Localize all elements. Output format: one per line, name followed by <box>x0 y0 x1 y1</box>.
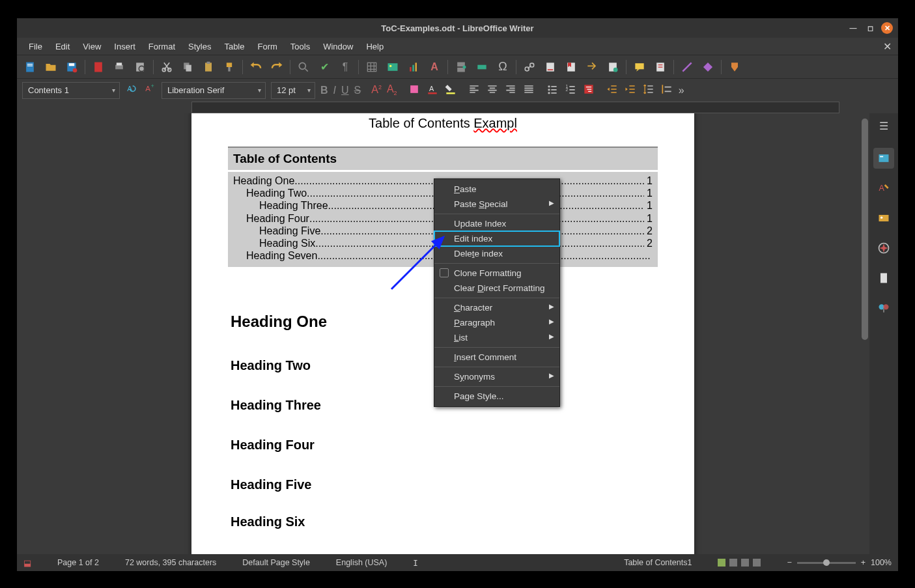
zoom-out-icon[interactable]: − <box>787 558 791 567</box>
increase-indent-icon[interactable] <box>606 83 619 98</box>
menu-file[interactable]: File <box>22 39 49 54</box>
window-close-button[interactable]: ✕ <box>881 22 893 34</box>
menu-tools[interactable]: Tools <box>284 39 317 54</box>
menu-help[interactable]: Help <box>359 39 390 54</box>
formatting-marks-icon[interactable]: ¶ <box>337 59 353 75</box>
outline-icon[interactable] <box>582 83 595 98</box>
status-page[interactable]: Page 1 of 2 <box>57 558 99 567</box>
context-menu-item[interactable]: Paste Special▶ <box>434 197 559 212</box>
more-icon[interactable]: » <box>679 85 684 96</box>
image-icon[interactable] <box>385 59 401 75</box>
font-size-combo[interactable]: 12 pt▾ <box>271 82 315 99</box>
menu-view[interactable]: View <box>76 39 107 54</box>
context-menu-item[interactable]: Page Style... <box>434 389 559 404</box>
strike-icon[interactable]: S <box>354 85 361 96</box>
status-save-icon[interactable]: ⬓ <box>23 558 31 568</box>
context-menu-item[interactable]: Paragraph▶ <box>434 315 559 330</box>
bookmark-icon[interactable] <box>563 59 579 75</box>
menu-insert[interactable]: Insert <box>107 39 142 54</box>
numbering-icon[interactable]: 12 <box>564 83 577 98</box>
draw-icon[interactable] <box>727 59 742 75</box>
menu-window[interactable]: Window <box>317 39 359 54</box>
align-justify-icon[interactable] <box>522 83 535 98</box>
zoom-value[interactable]: 100% <box>871 558 892 567</box>
print-icon[interactable] <box>111 59 127 75</box>
zoom-in-icon[interactable]: + <box>861 558 866 567</box>
horizontal-ruler[interactable] <box>17 102 898 113</box>
comment-icon[interactable] <box>632 59 647 75</box>
table-icon[interactable] <box>364 59 380 75</box>
context-menu-item[interactable]: Edit index <box>434 231 559 246</box>
shapes-icon[interactable] <box>700 59 716 75</box>
save-icon[interactable] <box>64 59 79 75</box>
underline-icon[interactable]: U <box>341 85 349 96</box>
font-color-icon[interactable]: A <box>426 83 439 98</box>
update-style-icon[interactable]: A <box>125 83 138 98</box>
menu-format[interactable]: Format <box>142 39 182 54</box>
status-section[interactable]: Table of Contents1 <box>624 558 692 567</box>
undo-icon[interactable] <box>248 59 264 75</box>
subscript-icon[interactable]: A2 <box>387 83 397 96</box>
field-icon[interactable] <box>474 59 490 75</box>
bullets-icon[interactable] <box>546 83 559 98</box>
context-menu-item[interactable]: Delete index <box>434 246 559 261</box>
context-menu-item[interactable]: Insert Comment <box>434 350 559 365</box>
menu-form[interactable]: Form <box>251 39 283 54</box>
context-menu-item[interactable]: Paste <box>434 182 559 197</box>
navigator-icon[interactable] <box>873 238 894 259</box>
heading-2[interactable]: Heading Four <box>191 438 694 453</box>
align-left-icon[interactable] <box>468 83 481 98</box>
index-icon[interactable] <box>605 59 621 75</box>
menu-table[interactable]: Table <box>218 39 251 54</box>
print-preview-icon[interactable] <box>132 59 148 75</box>
properties-icon[interactable] <box>873 148 894 169</box>
footnote-icon[interactable] <box>542 59 558 75</box>
decrease-indent-icon[interactable] <box>624 83 637 98</box>
heading-2[interactable]: Heading Six <box>191 514 694 529</box>
align-center-icon[interactable] <box>486 83 499 98</box>
menu-edit[interactable]: Edit <box>49 39 76 54</box>
menu-styles[interactable]: Styles <box>182 39 218 54</box>
paste-icon[interactable] <box>201 59 216 75</box>
context-menu-item[interactable]: Clone Formatting <box>434 266 559 281</box>
cross-ref-icon[interactable] <box>584 59 600 75</box>
bold-icon[interactable]: B <box>320 85 328 96</box>
chart-icon[interactable] <box>406 59 421 75</box>
window-minimize-button[interactable]: — <box>847 22 859 34</box>
vertical-scrollbar[interactable] <box>860 113 869 554</box>
page-break-icon[interactable] <box>453 59 469 75</box>
italic-icon[interactable]: I <box>333 85 336 96</box>
hyperlink-icon[interactable] <box>522 59 537 75</box>
textbox-icon[interactable]: A <box>427 59 442 75</box>
context-menu-item[interactable]: Clear Direct Formatting <box>434 281 559 296</box>
status-insert-mode[interactable]: I <box>413 558 418 568</box>
spellcheck-icon[interactable]: ✔ <box>317 59 332 75</box>
style-inspector-icon[interactable] <box>873 298 894 318</box>
heading-2[interactable]: Heading Five <box>191 477 694 492</box>
gallery-icon[interactable] <box>873 208 894 229</box>
highlight-remove-icon[interactable] <box>408 83 421 98</box>
page-icon[interactable] <box>873 268 894 288</box>
zoom-control[interactable]: − + 100% <box>787 558 892 567</box>
context-menu-item[interactable]: Character▶ <box>434 300 559 315</box>
align-right-icon[interactable] <box>504 83 517 98</box>
view-layout-buttons[interactable] <box>718 559 761 567</box>
copy-icon[interactable] <box>180 59 195 75</box>
open-icon[interactable] <box>43 59 59 75</box>
document-area[interactable]: Table of Contents Exampl Table of Conten… <box>17 113 860 554</box>
para-spacing-icon[interactable] <box>660 83 673 98</box>
status-page-style[interactable]: Default Page Style <box>242 558 310 567</box>
export-pdf-icon[interactable] <box>91 59 106 75</box>
cut-icon[interactable] <box>159 59 175 75</box>
paragraph-style-combo[interactable]: Contents 1▾ <box>22 82 120 99</box>
redo-icon[interactable] <box>269 59 285 75</box>
line-icon[interactable] <box>679 59 695 75</box>
status-language[interactable]: English (USA) <box>336 558 387 567</box>
status-wordcount[interactable]: 72 words, 395 characters <box>125 558 216 567</box>
context-menu-item[interactable]: Synonyms▶ <box>434 369 559 384</box>
hamburger-icon[interactable]: ☰ <box>879 120 888 132</box>
track-changes-icon[interactable] <box>653 59 668 75</box>
new-style-icon[interactable]: A+ <box>143 83 156 98</box>
superscript-icon[interactable]: A2 <box>371 84 382 96</box>
window-maximize-button[interactable]: ◻ <box>864 22 876 34</box>
